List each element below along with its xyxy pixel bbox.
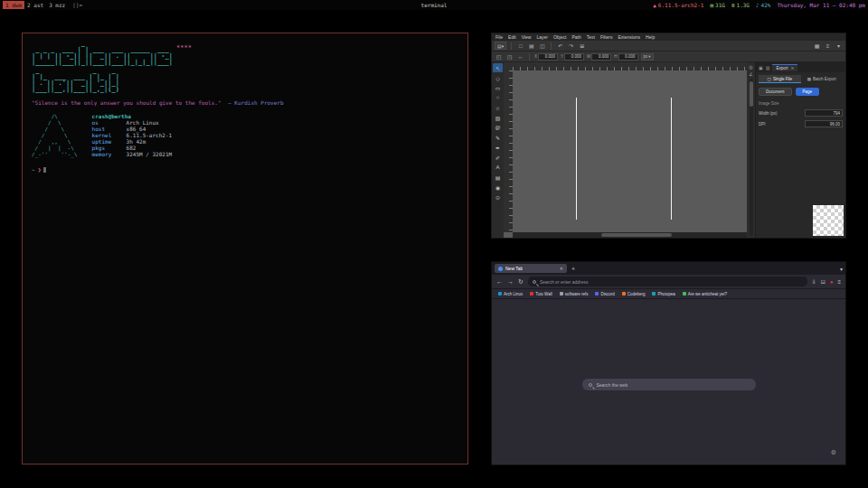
canvas-hscrollbar[interactable] xyxy=(513,232,747,238)
quote-attribution: — Kurdish Proverb xyxy=(228,99,283,106)
unit-dropdown[interactable]: px ▾ xyxy=(641,53,654,61)
record-icon[interactable]: ● xyxy=(830,279,834,285)
arch-ascii-logo: /\ / \ / \ / \ / ,, \ / | | -\ /_-'' ''-… xyxy=(32,113,78,157)
bookmark-anticheat[interactable]: Are we anticheat yet? xyxy=(683,292,727,296)
export-dialog-tab[interactable]: Export ✕ xyxy=(772,64,797,71)
workspace-tag-1[interactable]: 1 dwm xyxy=(3,1,24,9)
fill-stroke-dialog-icon[interactable]: ▦ xyxy=(813,42,821,50)
dialog-icon-objects[interactable]: ▥ xyxy=(766,65,770,70)
snap-angle-icon[interactable]: ∠ xyxy=(749,71,752,77)
layout-indicator[interactable]: []= xyxy=(70,1,85,9)
tool-zoom[interactable]: ⊙ xyxy=(493,192,503,202)
tool-rectangle[interactable]: ▭ xyxy=(493,83,503,92)
menu-text[interactable]: Text xyxy=(587,34,595,40)
new-document-icon[interactable]: □ xyxy=(516,42,524,50)
reload-icon[interactable]: ↻ xyxy=(518,278,524,286)
menu-view[interactable]: View xyxy=(522,34,532,40)
rotate-icon[interactable]: ◳ xyxy=(505,52,514,61)
snap-bbox-icon[interactable]: ◎ xyxy=(749,64,752,70)
canvas-vscrollbar[interactable] xyxy=(750,79,753,236)
inkscape-menubar: File Edit View Layer Object Path Text Fi… xyxy=(492,33,845,41)
undo-icon[interactable]: ↶ xyxy=(556,42,564,50)
list-tabs-chevron-icon[interactable]: ▾ xyxy=(840,266,843,272)
bookmark-codeberg[interactable]: Codeberg xyxy=(622,292,646,296)
tool-calligraphy[interactable]: ✐ xyxy=(493,153,503,162)
w-input[interactable]: 0.000 xyxy=(591,53,611,61)
close-icon[interactable]: ✕ xyxy=(790,66,794,70)
tool-pen[interactable]: ✒ xyxy=(493,143,503,152)
export-dock: ▣ ▥ Export ✕ ▢ Single File ▦ Batch Expor… xyxy=(755,62,845,238)
forward-icon[interactable]: → xyxy=(507,278,514,285)
tool-pencil[interactable]: ✎ xyxy=(493,133,503,142)
terminal-window[interactable]: _ _ _ _ ___ | | ___ ___ _____ ___ | | | … xyxy=(22,33,468,465)
workspace-tag-3[interactable]: 3 mzz xyxy=(46,1,68,9)
menu-help[interactable]: Help xyxy=(646,34,655,40)
downloads-icon[interactable]: ⇩ xyxy=(812,278,816,285)
inkscape-canvas[interactable] xyxy=(513,70,747,232)
tool-ellipse[interactable]: ○ xyxy=(493,93,503,102)
select-all-icon[interactable]: ◰ xyxy=(495,52,503,61)
web-search-input[interactable]: Search the web xyxy=(582,379,756,390)
back-icon[interactable]: ← xyxy=(496,278,503,285)
menu-icon[interactable]: ≡ xyxy=(837,279,841,285)
export-dpi-input[interactable]: 96.00 xyxy=(805,120,843,127)
h-input[interactable]: 0.000 xyxy=(618,53,638,61)
duplicate-icon[interactable]: ⊞ xyxy=(578,42,586,50)
menu-extensions[interactable]: Extensions xyxy=(618,34,640,40)
export-area-page-button[interactable]: Page xyxy=(796,88,820,96)
menu-file[interactable]: File xyxy=(495,34,503,40)
hscroll-thumb[interactable] xyxy=(601,233,672,237)
bookmark-tuts-wall[interactable]: Tuts Wall xyxy=(530,292,552,296)
tool-gradient[interactable]: ▤ xyxy=(493,173,503,182)
workspace-tags: 1 dwm 2 ast 3 mzz []= xyxy=(3,1,85,9)
y-input[interactable]: 0.000 xyxy=(564,53,584,61)
open-document-icon[interactable]: ▤ xyxy=(527,42,535,50)
bookmark-arch-linux[interactable]: Arch Linux xyxy=(498,292,523,296)
bookmark-photopea[interactable]: Photopea xyxy=(652,292,675,296)
desktop: 1 dwm 2 ast 3 mzz []= terminal ▲ 6.11.5-… xyxy=(0,0,868,488)
vertical-ruler xyxy=(504,70,513,232)
vscroll-thumb[interactable] xyxy=(750,81,753,107)
shell-prompt[interactable]: ~ ❯ xyxy=(32,166,458,173)
redo-icon[interactable]: ↷ xyxy=(567,42,575,50)
tool-dropper[interactable]: ◉ xyxy=(493,183,503,192)
tool-text[interactable]: A xyxy=(493,163,503,172)
bookmark-favicon xyxy=(683,292,686,296)
menu-edit[interactable]: Edit xyxy=(508,34,516,40)
browser-tab-active[interactable]: New Tab ✕ xyxy=(495,264,567,273)
close-tab-icon[interactable]: ✕ xyxy=(560,266,563,271)
dialog-icon-swatches[interactable]: ▣ xyxy=(759,65,763,70)
tool-style-dropdown[interactable]: ▤▾ xyxy=(495,42,506,50)
layers-dialog-icon[interactable]: ≡ xyxy=(824,42,832,50)
bookmark-software-refs[interactable]: software refs xyxy=(560,292,589,296)
tool-star[interactable]: ☆ xyxy=(493,103,503,112)
url-bar[interactable]: Search or enter address xyxy=(528,277,807,286)
export-area-document-button[interactable]: Document xyxy=(759,88,792,96)
bookmark-favicon xyxy=(622,292,626,296)
menu-path[interactable]: Path xyxy=(571,34,580,40)
new-tab-button[interactable]: + xyxy=(571,266,575,272)
x-input[interactable]: 0.000 xyxy=(538,53,558,61)
bookmark-discord[interactable]: Discord xyxy=(595,292,614,296)
menu-filters[interactable]: Filters xyxy=(600,34,613,40)
tool-spiral[interactable]: @ xyxy=(493,123,503,132)
tool-3dbox[interactable]: ▧ xyxy=(493,113,503,122)
export-width-input[interactable]: 794 xyxy=(805,109,843,117)
bookmark-label: Discord xyxy=(600,292,614,296)
personalize-gear-icon[interactable]: ⚙ xyxy=(831,449,836,456)
h-label: H xyxy=(614,54,617,59)
menu-layer[interactable]: Layer xyxy=(536,34,548,40)
toolbar-overflow-chevron[interactable]: ▾ xyxy=(835,42,843,50)
tool-selector[interactable]: ↖ xyxy=(493,63,503,72)
tool-node-editor[interactable]: ◇ xyxy=(493,73,503,82)
menu-object[interactable]: Object xyxy=(553,34,566,40)
tab-single-file[interactable]: ▢ Single File xyxy=(759,75,801,83)
tab-batch-export[interactable]: ▦ Batch Export xyxy=(801,75,844,83)
flip-icon[interactable]: ↔ xyxy=(516,52,524,61)
save-document-icon[interactable]: ◫ xyxy=(538,42,546,50)
status-modules: ▲ 6.11.5-arch2-1 ▤ 31G ≣ 1.3G ♪ 42% Thur… xyxy=(653,2,865,8)
banner-accent: **** xyxy=(176,44,192,52)
extensions-icon[interactable]: ⊡ xyxy=(821,278,826,285)
workspace-tag-2[interactable]: 2 ast xyxy=(24,1,46,9)
x-label: X xyxy=(534,54,537,59)
